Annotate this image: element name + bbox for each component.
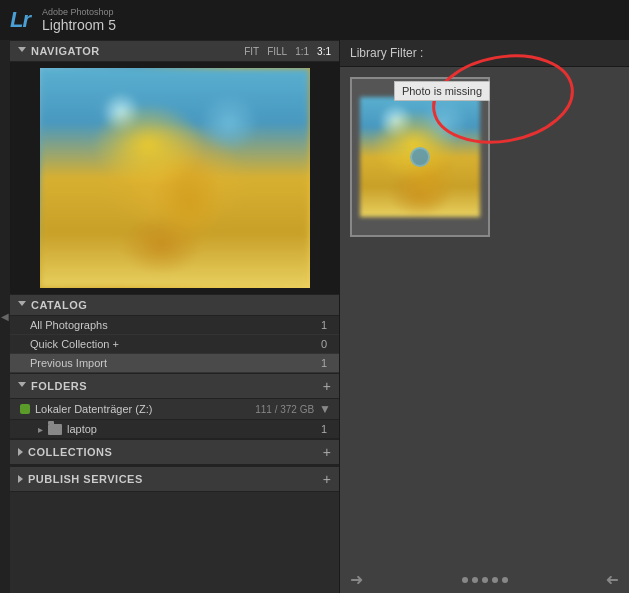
catalog-title: Catalog xyxy=(31,299,87,311)
drive-status-indicator xyxy=(20,404,30,414)
app-name: Lightroom 5 xyxy=(42,17,116,33)
catalog-items: All Photographs 1 Quick Collection + 0 P… xyxy=(10,316,339,373)
navigator-header-left: Navigator xyxy=(18,45,100,57)
publish-services-actions: + xyxy=(323,471,331,487)
catalog-header-left: Catalog xyxy=(18,299,87,311)
folder-label-laptop: laptop xyxy=(67,423,97,435)
catalog-row-quick-collection[interactable]: Quick Collection + 0 xyxy=(10,335,339,354)
library-filter-label: Library Filter : xyxy=(350,46,423,60)
drive-dropdown-icon[interactable]: ▼ xyxy=(319,402,331,416)
folder-icon xyxy=(48,424,62,435)
catalog-header[interactable]: Catalog xyxy=(10,294,339,316)
all-photographs-count: 1 xyxy=(321,319,327,331)
publish-services-title: Publish Services xyxy=(28,473,143,485)
navigator-header[interactable]: Navigator FIT FILL 1:1 3:1 xyxy=(10,40,339,62)
grid-dot-2 xyxy=(472,577,478,583)
drive-size: 111 / 372 GB xyxy=(255,404,314,415)
folder-count-laptop: 1 xyxy=(321,423,327,435)
publish-services-triangle-icon xyxy=(18,475,23,483)
preview-image xyxy=(40,68,310,288)
folders-title: Folders xyxy=(31,380,87,392)
1-1-button[interactable]: 1:1 xyxy=(295,46,309,57)
main-layout: ◀ Navigator FIT FILL 1:1 3:1 xyxy=(0,40,629,593)
left-panel-collapse-handle[interactable]: ◀ xyxy=(0,40,10,593)
title-text-group: Adobe Photoshop Lightroom 5 xyxy=(42,7,116,34)
preview-image-inner xyxy=(40,68,310,288)
grid-prev-arrow[interactable]: ➜ xyxy=(350,570,363,589)
title-bar: Lr Adobe Photoshop Lightroom 5 xyxy=(0,0,629,40)
all-photographs-label: All Photographs xyxy=(30,319,108,331)
grid-nav: ➜ ➜ xyxy=(340,566,629,593)
grid-area[interactable]: ! Photo is missing xyxy=(340,67,629,566)
previous-import-label: Previous Import xyxy=(30,357,107,369)
collections-title: Collections xyxy=(28,446,112,458)
grid-next-arrow[interactable]: ➜ xyxy=(606,570,619,589)
missing-photo-label: Photo is missing xyxy=(402,85,482,97)
grid-dot-4 xyxy=(492,577,498,583)
folders-add-button[interactable]: + xyxy=(323,378,331,394)
fill-button[interactable]: FILL xyxy=(267,46,287,57)
navigator-section: Navigator FIT FILL 1:1 3:1 xyxy=(10,40,339,294)
drive-left: Lokaler Datenträger (Z:) xyxy=(20,403,152,415)
fit-button[interactable]: FIT xyxy=(244,46,259,57)
library-filter-bar: Library Filter : xyxy=(340,40,629,67)
catalog-row-previous-import[interactable]: Previous Import 1 xyxy=(10,354,339,373)
photo-cell[interactable]: ! Photo is missing xyxy=(350,77,490,237)
navigator-triangle-icon xyxy=(18,47,26,56)
folder-row-left: ▸ laptop xyxy=(38,423,97,435)
catalog-section: Catalog All Photographs 1 Quick Collecti… xyxy=(10,294,339,373)
collections-header-left: Collections xyxy=(18,446,112,458)
drive-row[interactable]: Lokaler Datenträger (Z:) 111 / 372 GB ▼ xyxy=(10,399,339,420)
folders-triangle-icon xyxy=(18,382,26,391)
adobe-label: Adobe Photoshop xyxy=(42,7,116,18)
grid-dots xyxy=(462,577,508,583)
folders-section: Folders + Lokaler Datenträger (Z:) 111 /… xyxy=(10,373,339,438)
lr-logo: Lr xyxy=(10,7,30,33)
folder-row-laptop[interactable]: ▸ laptop 1 xyxy=(10,420,339,438)
quick-collection-label: Quick Collection + xyxy=(30,338,119,350)
publish-services-add-button[interactable]: + xyxy=(323,471,331,487)
catalog-triangle-icon xyxy=(18,301,26,310)
left-panel: Navigator FIT FILL 1:1 3:1 Cat xyxy=(10,40,340,593)
previous-import-count: 1 xyxy=(321,357,327,369)
grid-dot-3 xyxy=(482,577,488,583)
blue-indicator-icon xyxy=(410,147,430,167)
collections-triangle-icon xyxy=(18,448,23,456)
catalog-row-all-photographs[interactable]: All Photographs 1 xyxy=(10,316,339,335)
folders-header-left: Folders xyxy=(18,380,87,392)
navigator-preview xyxy=(10,62,339,294)
drive-right: 111 / 372 GB ▼ xyxy=(255,402,331,416)
publish-services-header-left: Publish Services xyxy=(18,473,143,485)
collections-actions: + xyxy=(323,444,331,460)
navigator-controls: FIT FILL 1:1 3:1 xyxy=(244,46,331,57)
right-panel: Library Filter : ! Photo is missing xyxy=(340,40,629,593)
3-1-button[interactable]: 3:1 xyxy=(317,46,331,57)
quick-collection-count: 0 xyxy=(321,338,327,350)
folders-actions: + xyxy=(323,378,331,394)
missing-photo-tooltip: Photo is missing xyxy=(394,81,490,101)
grid-dot-5 xyxy=(502,577,508,583)
grid-dot-1 xyxy=(462,577,468,583)
publish-services-section: Publish Services + xyxy=(10,465,339,492)
publish-services-header[interactable]: Publish Services + xyxy=(10,466,339,492)
collections-add-button[interactable]: + xyxy=(323,444,331,460)
folder-expand-icon: ▸ xyxy=(38,424,43,435)
collections-header[interactable]: Collections + xyxy=(10,439,339,465)
folders-items: Lokaler Datenträger (Z:) 111 / 372 GB ▼ … xyxy=(10,399,339,438)
folders-header[interactable]: Folders + xyxy=(10,373,339,399)
collections-section: Collections + xyxy=(10,438,339,465)
drive-label: Lokaler Datenträger (Z:) xyxy=(35,403,152,415)
navigator-title: Navigator xyxy=(31,45,100,57)
